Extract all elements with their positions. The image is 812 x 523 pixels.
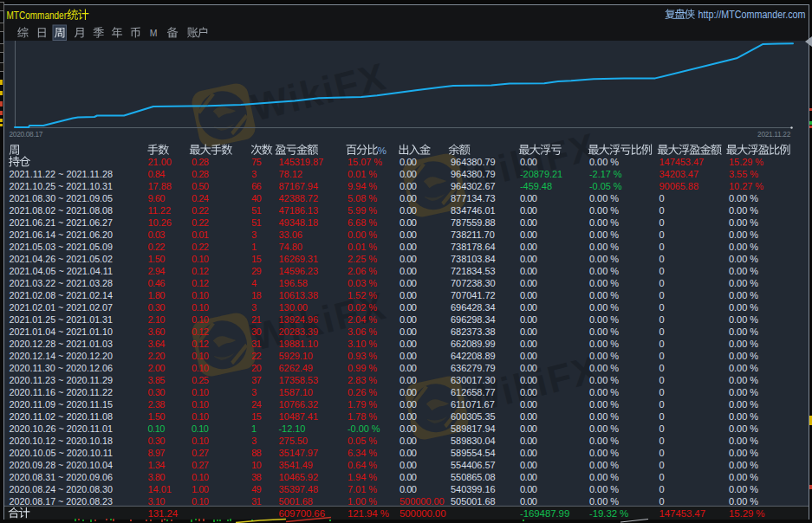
- svg-text:0: 0: [659, 375, 665, 385]
- svg-text:0.00: 0.00: [400, 302, 417, 313]
- svg-text:http://MTCommander.com: http://MTCommander.com: [698, 9, 806, 21]
- svg-text:0.25: 0.25: [192, 375, 209, 385]
- svg-text:21.00: 21.00: [148, 157, 172, 167]
- svg-text:1.34: 1.34: [148, 460, 166, 470]
- svg-text:0: 0: [659, 363, 665, 373]
- svg-text:0: 0: [659, 448, 665, 458]
- svg-text:47186.13: 47186.13: [279, 205, 318, 216]
- svg-text:0.00 %: 0.00 %: [729, 339, 758, 349]
- svg-text:49348.18: 49348.18: [279, 217, 318, 228]
- svg-text:2021.08.30 ~ 2021.09.05: 2021.08.30 ~ 2021.09.05: [10, 193, 114, 203]
- svg-text:0.01: 0.01: [192, 229, 209, 240]
- svg-text:589830.04: 589830.04: [451, 436, 496, 446]
- svg-text:0.10: 0.10: [192, 411, 209, 422]
- svg-text:22: 22: [251, 351, 262, 361]
- svg-text:3.64: 3.64: [148, 339, 166, 349]
- svg-text:2021.01.25 ~ 2021.01.31: 2021.01.25 ~ 2021.01.31: [10, 314, 114, 325]
- svg-text:66: 66: [251, 181, 262, 191]
- svg-text:2021.11.22: 2021.11.22: [757, 130, 791, 139]
- svg-text:2021.03.22 ~ 2021.03.28: 2021.03.22 ~ 2021.03.28: [10, 278, 114, 288]
- svg-text:19881.10: 19881.10: [279, 339, 318, 349]
- svg-text:0.00: 0.00: [520, 460, 537, 470]
- svg-text:0.03 %: 0.03 %: [348, 278, 377, 288]
- svg-text:0.00 %: 0.00 %: [729, 326, 758, 337]
- svg-text:42388.72: 42388.72: [279, 193, 318, 203]
- svg-text:964302.67: 964302.67: [451, 181, 496, 191]
- svg-text:51: 51: [251, 217, 262, 228]
- svg-text:0.00: 0.00: [400, 314, 417, 325]
- svg-text:0.00 %: 0.00 %: [729, 266, 758, 276]
- svg-text:0.00: 0.00: [520, 229, 537, 240]
- svg-text:0.00: 0.00: [520, 205, 537, 216]
- svg-text:7.01 %: 7.01 %: [348, 484, 377, 494]
- svg-text:3.10 %: 3.10 %: [348, 339, 377, 349]
- svg-text:0.22: 0.22: [192, 217, 209, 228]
- svg-text:0.00 %: 0.00 %: [729, 254, 758, 264]
- svg-text:0: 0: [659, 205, 665, 216]
- svg-text:0.00: 0.00: [400, 460, 417, 470]
- svg-text:0.00 %: 0.00 %: [589, 448, 619, 458]
- svg-text:2021.11.22 ~ 2021.11.28: 2021.11.22 ~ 2021.11.28: [10, 169, 114, 179]
- svg-text:0.00 %: 0.00 %: [729, 217, 758, 228]
- svg-text:10.27 %: 10.27 %: [729, 181, 763, 191]
- svg-text:3.60: 3.60: [148, 326, 166, 337]
- svg-text:1.00 %: 1.00 %: [348, 496, 377, 507]
- svg-text:0.00 %: 0.00 %: [729, 351, 758, 361]
- svg-text:2020.11.23 ~ 2020.11.29: 2020.11.23 ~ 2020.11.29: [10, 375, 114, 385]
- svg-text:38: 38: [251, 472, 262, 482]
- svg-text:0.00: 0.00: [400, 484, 417, 494]
- svg-text:0: 0: [659, 411, 665, 422]
- svg-text:0.26 %: 0.26 %: [348, 387, 377, 397]
- svg-text:0.00: 0.00: [400, 157, 417, 167]
- svg-text:2020.08.31 ~ 2020.09.06: 2020.08.31 ~ 2020.09.06: [10, 472, 114, 482]
- svg-text:3: 3: [251, 436, 257, 446]
- svg-text:0.00: 0.00: [520, 411, 537, 422]
- svg-text:31: 31: [251, 339, 262, 349]
- svg-text:17.88: 17.88: [148, 181, 172, 191]
- svg-text:0.00: 0.00: [520, 157, 537, 167]
- svg-text:2020.10.05 ~ 2020.10.11: 2020.10.05 ~ 2020.10.11: [10, 448, 114, 458]
- svg-text:1.80: 1.80: [148, 290, 166, 300]
- svg-text:787559.88: 787559.88: [451, 217, 496, 228]
- svg-text:0.00: 0.00: [400, 217, 417, 228]
- svg-text:51: 51: [251, 205, 262, 216]
- svg-text:0.00: 0.00: [520, 339, 537, 349]
- svg-text:-0.00 %: -0.00 %: [348, 423, 380, 434]
- svg-text:0.00: 0.00: [520, 217, 537, 228]
- svg-text:0.00 %: 0.00 %: [729, 448, 758, 458]
- svg-text:0.02 %: 0.02 %: [348, 302, 377, 313]
- svg-text:0: 0: [659, 302, 665, 313]
- svg-text:0.00: 0.00: [520, 326, 537, 337]
- svg-text:0.99 %: 0.99 %: [348, 363, 377, 373]
- svg-text:14.01: 14.01: [148, 484, 172, 494]
- svg-text:0.00 %: 0.00 %: [729, 193, 758, 203]
- svg-text:0.00: 0.00: [400, 472, 417, 482]
- svg-text:275.50: 275.50: [279, 436, 308, 446]
- svg-text:0.00: 0.00: [400, 229, 417, 240]
- svg-text:738178.64: 738178.64: [451, 242, 496, 252]
- svg-text:78.12: 78.12: [279, 169, 302, 179]
- svg-text:2020.09.28 ~ 2020.10.04: 2020.09.28 ~ 2020.10.04: [10, 460, 114, 470]
- svg-text:18: 18: [251, 290, 262, 300]
- svg-text:2020.11.02 ~ 2020.11.08: 2020.11.02 ~ 2020.11.08: [10, 411, 114, 422]
- svg-text:0.00: 0.00: [400, 436, 417, 446]
- svg-text:5929.10: 5929.10: [279, 351, 313, 361]
- svg-text:15.29 %: 15.29 %: [729, 157, 763, 167]
- svg-text:0.22: 0.22: [148, 242, 166, 252]
- svg-text:0.84: 0.84: [148, 169, 166, 179]
- svg-text:0.50: 0.50: [192, 181, 209, 191]
- svg-text:-0.05 %: -0.05 %: [589, 181, 622, 191]
- svg-text:0.00: 0.00: [520, 448, 537, 458]
- svg-text:0.00: 0.00: [520, 314, 537, 325]
- svg-text:0.00: 0.00: [400, 326, 417, 337]
- svg-text:3541.49: 3541.49: [279, 460, 313, 470]
- svg-text:0.00: 0.00: [520, 472, 537, 482]
- svg-text:0: 0: [659, 266, 665, 276]
- svg-text:696428.34: 696428.34: [451, 302, 496, 313]
- svg-text:0.00 %: 0.00 %: [589, 217, 619, 228]
- svg-text:14596.23: 14596.23: [279, 266, 318, 276]
- svg-text:0.00 %: 0.00 %: [729, 472, 758, 482]
- svg-text:3: 3: [251, 302, 257, 313]
- svg-text:0.10: 0.10: [192, 254, 209, 264]
- svg-text:0.05 %: 0.05 %: [348, 436, 377, 446]
